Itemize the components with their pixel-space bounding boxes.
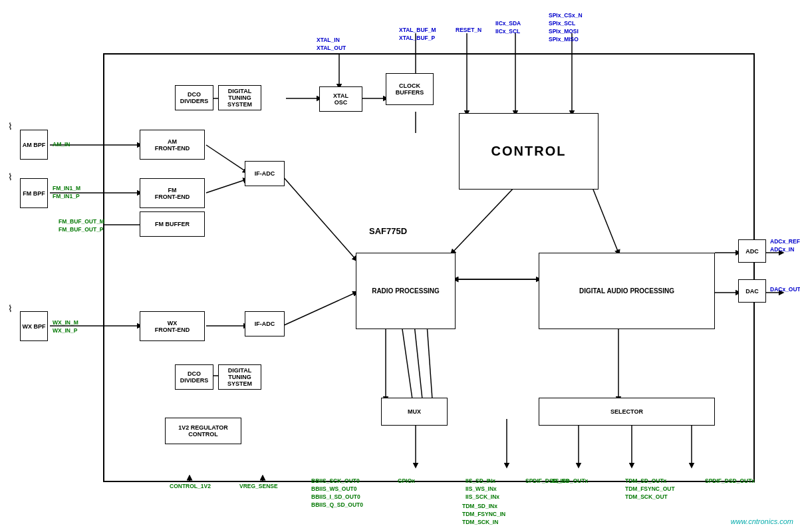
if-adc-2-block: IF-ADC: [245, 311, 285, 336]
wx-frontend-block: WXFRONT-END: [140, 311, 205, 341]
fm-frontend-block: FMFRONT-END: [140, 178, 205, 208]
xtal-osc-block: XTALOSC: [319, 86, 362, 112]
if-adc-1-block: IF-ADC: [245, 161, 285, 186]
control-block: CONTROL: [459, 113, 599, 190]
tdm-sd-outx-label: TDM_SD_OUTx: [625, 477, 666, 484]
dco-div-2-label: DCODIVIDERS: [180, 370, 209, 384]
dco-div-1-label: DCODIVIDERS: [180, 91, 209, 104]
bbiis-qsd-label: BBIIS_Q_SD_OUT0: [311, 501, 363, 508]
mux-block: MUX: [381, 398, 448, 426]
control-1v2-label: CONTROL_1V2: [170, 483, 211, 489]
fm-buf-out-m-label: FM_BUF_OUT_M: [59, 218, 104, 225]
wx-frontend-label: WXFRONT-END: [155, 320, 190, 333]
watermark: www.cntronics.com: [731, 517, 793, 525]
am-bpf-block: AM BPF: [20, 130, 48, 160]
wx-bpf-block: WX BPF: [20, 311, 48, 341]
fm-bpf-label: FM BPF: [23, 190, 45, 197]
dco-div-2-block: DCODIVIDERS: [175, 364, 213, 390]
xtal-out-label: XTAL_OUT: [317, 45, 346, 51]
spix-miso-label: SPIx_MISO: [549, 36, 579, 43]
iis-sd-inx-label: IIS_SD_INx: [466, 477, 495, 484]
digital-audio-label: DIGITAL AUDIO PROCESSING: [579, 287, 674, 295]
diagram-container: AM BPF FM BPF WX BPF ⌇ ⌇ ⌇ AMFRONT-END F…: [0, 0, 800, 532]
wx-bpf-label: WX BPF: [23, 323, 46, 330]
adcx-in-label: ADCx_IN: [770, 246, 794, 253]
dig-tuning-2-label: DIGITALTUNINGSYSTEM: [227, 367, 252, 387]
bbiis-isd-label: BBIIS_I_SD_OUT0: [311, 493, 360, 500]
radio-processing-block: RADIO PROCESSING: [356, 253, 456, 329]
fm-bpf-block: FM BPF: [20, 178, 48, 208]
clock-buffers-label: CLOCKBUFFERS: [396, 82, 424, 96]
am-bpf-label: AM BPF: [23, 142, 46, 148]
dac-block: DAC: [738, 279, 766, 303]
clock-buffers-block: CLOCKBUFFERS: [386, 73, 434, 105]
xtal-buf-m-label: XTAL_BUF_M: [399, 27, 436, 33]
tdm-sck-out-label: TDM_SCK_OUT: [625, 493, 668, 500]
fm-frontend-label: FMFRONT-END: [155, 187, 190, 200]
radio-processing-label: RADIO PROCESSING: [372, 287, 440, 295]
spix-scl-label: SPIx_SCL: [549, 20, 575, 27]
fm-in1-m-label: FM_IN1_M: [53, 185, 80, 192]
selector-label: SELECTOR: [610, 408, 643, 415]
am-frontend-label: AMFRONT-END: [155, 138, 190, 152]
reg-control-label: 1V2 REGULATORCONTROL: [178, 424, 228, 438]
fm-buffer-label: FM BUFFER: [155, 221, 190, 227]
iicx-scl-label: IICx_SCL: [495, 28, 520, 35]
dig-tuning-2-block: DIGITALTUNINGSYSTEM: [218, 364, 261, 390]
iis-sck-inx-label: IIS_SCK_INx: [466, 493, 499, 500]
control-label: CONTROL: [491, 144, 567, 159]
spix-mosi-label: SPIx_MOSI: [549, 28, 579, 35]
iicx-sda-label: IICx_SDA: [495, 20, 521, 27]
iis-ws-inx-label: IIS_WS_INx: [466, 485, 497, 492]
reset-n-label: RESET_N: [456, 27, 481, 33]
tdm-fsync-in-label: TDM_FSYNC_IN: [462, 511, 505, 517]
antenna-fm: ⌇: [8, 172, 13, 182]
if-adc-2-label: IF-ADC: [255, 321, 275, 327]
antenna-am: ⌇: [8, 121, 13, 132]
xtal-osc-label: XTALOSC: [333, 92, 348, 106]
tdm-sd-inx-label: TDM_SD_INx: [462, 503, 497, 509]
iis-sd-outx-label: IIS_SD_OUTx: [552, 477, 588, 484]
bbiis-sck-label: BBIIS_SCK_OUT0: [311, 477, 360, 484]
am-frontend-block: AMFRONT-END: [140, 130, 205, 160]
am-in-label: AM_IN: [53, 141, 70, 148]
digital-audio-block: DIGITAL AUDIO PROCESSING: [539, 253, 715, 329]
adcx-ref-label: ADCx_REF: [770, 238, 800, 245]
selector-block: SELECTOR: [539, 398, 715, 426]
fm-buf-out-p-label: FM_BUF_OUT_P: [59, 226, 104, 233]
adc-block: ADC: [738, 239, 766, 263]
adc-label: ADC: [745, 248, 759, 255]
mux-label: MUX: [408, 408, 421, 415]
xtal-buf-p-label: XTAL_BUF_P: [399, 35, 435, 41]
dig-tuning-1-block: DIGITALTUNINGSYSTEM: [218, 85, 261, 110]
if-adc-1-label: IF-ADC: [255, 170, 275, 177]
xtal-in-label: XTAL_IN: [317, 37, 340, 43]
reg-control-block: 1V2 REGULATORCONTROL: [165, 418, 241, 444]
spix-csn-label: SPIx_CSx_N: [549, 12, 583, 19]
wx-in-m-label: WX_IN_M: [53, 319, 78, 326]
tdm-sck-in-label: TDM_SCK_IN: [462, 519, 498, 525]
dacx-out-label: DACx_OUT: [770, 286, 800, 293]
tdm-fsync-out-label: TDM_FSYNC_OUT: [625, 485, 675, 492]
dig-tuning-1-label: DIGITALTUNINGSYSTEM: [227, 88, 252, 108]
fm-buffer-block: FM BUFFER: [140, 211, 205, 237]
fm-in1-p-label: FM_IN1_P: [53, 193, 80, 200]
chip-name-label: SAF775D: [369, 226, 407, 236]
dac-label: DAC: [745, 288, 759, 295]
gpiox-label: GPIOx: [398, 477, 415, 484]
wx-in-p-label: WX_IN_P: [53, 327, 77, 334]
antenna-wx: ⌇: [8, 303, 13, 314]
spdif-dsd-outx-label: SPDIF_DSD_OUTx: [705, 477, 755, 484]
bbiis-ws-label: BBIIS_WS_OUT0: [311, 485, 357, 492]
dco-div-1-block: DCODIVIDERS: [175, 85, 213, 110]
vreg-sense-label: VREG_SENSE: [239, 483, 278, 489]
